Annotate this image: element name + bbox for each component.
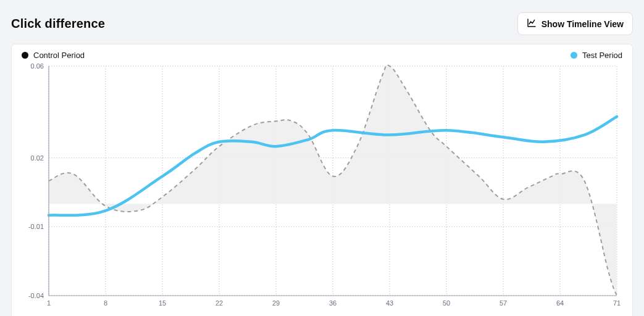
svg-text:8: 8 xyxy=(104,299,107,307)
chart-card: Control Period Test Period -0.04-0.010.0… xyxy=(11,44,633,316)
legend-test-period[interactable]: Test Period xyxy=(571,51,622,60)
svg-text:64: 64 xyxy=(556,299,564,307)
svg-text:-0.04: -0.04 xyxy=(28,292,44,299)
legend-control-period[interactable]: Control Period xyxy=(22,51,85,60)
svg-text:71: 71 xyxy=(613,299,621,307)
line-chart-icon xyxy=(527,18,537,30)
svg-text:-0.01: -0.01 xyxy=(28,223,44,230)
svg-text:0.02: 0.02 xyxy=(31,154,44,162)
svg-text:15: 15 xyxy=(159,299,166,307)
svg-text:50: 50 xyxy=(443,299,450,307)
svg-text:0.06: 0.06 xyxy=(31,62,44,70)
legend-dot-icon xyxy=(22,52,28,59)
svg-text:57: 57 xyxy=(500,299,507,307)
chart-legend: Control Period Test Period xyxy=(20,51,624,60)
legend-dot-icon xyxy=(571,52,577,59)
legend-test-label: Test Period xyxy=(582,51,622,60)
svg-text:1: 1 xyxy=(47,299,51,307)
svg-text:22: 22 xyxy=(215,299,223,307)
chart-plot-area: -0.04-0.010.020.0618152229364350576471 xyxy=(20,62,622,309)
show-timeline-view-label: Show Timeline View xyxy=(542,19,624,29)
show-timeline-view-button[interactable]: Show Timeline View xyxy=(517,12,633,35)
svg-text:29: 29 xyxy=(272,299,280,307)
svg-text:43: 43 xyxy=(386,299,393,307)
legend-control-label: Control Period xyxy=(33,51,85,60)
svg-text:36: 36 xyxy=(329,299,337,307)
page-title: Click difference xyxy=(11,17,105,31)
